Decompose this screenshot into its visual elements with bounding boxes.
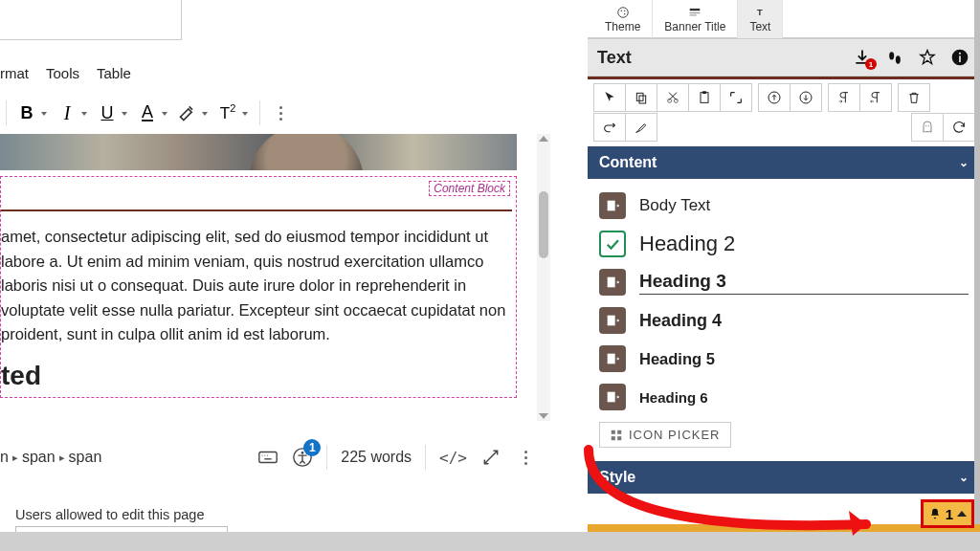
insert-icon — [599, 345, 626, 372]
svg-rect-32 — [608, 316, 615, 326]
svg-point-16 — [896, 55, 901, 63]
svg-point-28 — [925, 125, 926, 126]
divider — [1, 209, 512, 211]
bold-button[interactable]: B — [12, 99, 41, 127]
pilcrow-right-icon[interactable] — [828, 83, 860, 112]
svg-point-19 — [959, 53, 961, 55]
svg-rect-21 — [639, 96, 646, 103]
underline-button[interactable]: U — [93, 99, 122, 127]
ghost-icon[interactable] — [911, 113, 944, 142]
pilcrow-left-icon[interactable] — [859, 83, 892, 112]
editor-canvas[interactable]: Content Block amet, consectetur adipisci… — [0, 134, 536, 421]
menu-tools[interactable]: Tools — [46, 65, 79, 92]
italic-button[interactable]: I — [53, 99, 81, 127]
svg-point-29 — [928, 125, 929, 126]
content-block-outline[interactable]: Content Block amet, consectetur adipisci… — [0, 176, 517, 398]
bottom-strip — [0, 532, 980, 551]
html-view-button[interactable]: </> — [439, 449, 467, 467]
svg-rect-25 — [702, 91, 706, 94]
content-body-text[interactable]: Body Text — [597, 187, 970, 225]
content-heading-3[interactable]: Heading 3 — [597, 263, 970, 301]
editor-toolbar: B I U A T2 — [0, 96, 295, 130]
insert-icon — [599, 269, 626, 296]
accessibility-badge: 1 — [303, 439, 321, 456]
menu-table[interactable]: Table — [97, 65, 131, 92]
svg-point-7 — [617, 7, 628, 17]
footprints-icon[interactable] — [884, 47, 905, 68]
download-badge: 1 — [865, 58, 877, 70]
content-list: Body Text Heading 2 Heading 3 Heading 4 … — [588, 179, 980, 457]
check-icon — [599, 231, 626, 257]
brush-icon[interactable] — [625, 113, 657, 142]
panel-toolbar-row2 — [588, 113, 980, 146]
paste-icon[interactable] — [688, 83, 721, 112]
cut-icon[interactable] — [657, 83, 689, 112]
svg-point-15 — [889, 52, 894, 59]
menu-format[interactable]: rmat — [0, 65, 29, 92]
heading-partial[interactable]: ted — [1, 361, 516, 391]
svg-rect-37 — [612, 436, 615, 440]
element-breadcrumb[interactable]: n ▸ span ▸ span — [0, 449, 101, 466]
tab-text[interactable]: T Text — [738, 0, 783, 38]
caret-up-icon — [957, 511, 967, 517]
text-color-button[interactable]: A — [133, 99, 162, 127]
side-panel: Theme Banner Title T Text Text 1 — [588, 0, 980, 551]
content-heading-5[interactable]: Heading 5 — [597, 340, 970, 378]
superscript-button[interactable]: T2 — [213, 99, 242, 127]
move-up-icon[interactable] — [758, 83, 791, 112]
svg-point-8 — [620, 10, 621, 11]
svg-rect-34 — [608, 392, 615, 403]
right-strip — [974, 0, 980, 532]
accessibility-icon[interactable]: 1 — [292, 447, 313, 468]
svg-rect-36 — [617, 430, 621, 433]
move-down-icon[interactable] — [790, 83, 822, 112]
tab-theme[interactable]: Theme — [593, 0, 653, 38]
style-section-header[interactable]: Style⌄ — [588, 461, 980, 494]
redo-icon[interactable] — [593, 113, 626, 142]
more-toolbar-button[interactable] — [266, 99, 295, 127]
expand-icon[interactable] — [720, 83, 752, 112]
svg-rect-30 — [608, 201, 615, 211]
delete-icon[interactable] — [898, 83, 930, 112]
refresh-icon[interactable] — [943, 113, 975, 142]
banner-image — [0, 134, 517, 170]
editor-statusbar: n ▸ span ▸ span 1 225 words </> — [0, 438, 536, 476]
content-section-header[interactable]: Content⌄ — [588, 146, 980, 179]
insert-icon — [599, 384, 626, 410]
content-heading-4[interactable]: Heading 4 — [597, 301, 970, 340]
title-input[interactable] — [0, 0, 182, 40]
highlight-button[interactable] — [173, 99, 202, 127]
info-icon[interactable] — [949, 47, 970, 68]
panel-toolbar-row1 — [588, 79, 980, 113]
svg-text:T: T — [757, 7, 763, 16]
content-heading-2[interactable]: Heading 2 — [597, 225, 970, 263]
svg-rect-38 — [617, 436, 621, 440]
svg-point-10 — [624, 13, 625, 14]
tab-banner-title[interactable]: Banner Title — [653, 0, 738, 38]
svg-rect-33 — [608, 354, 615, 364]
download-icon[interactable]: 1 — [852, 47, 873, 68]
svg-rect-20 — [636, 93, 643, 100]
svg-rect-35 — [612, 430, 615, 433]
body-paragraph[interactable]: amet, consectetur adipiscing elit, sed d… — [1, 225, 508, 347]
vertical-scrollbar[interactable] — [537, 134, 550, 421]
editor-pane: rmat Tools Table B I U A T2 Content Bloc… — [0, 0, 589, 551]
svg-rect-0 — [259, 452, 277, 463]
icon-picker-button[interactable]: ICON PICKER — [599, 422, 731, 448]
bell-icon — [928, 507, 942, 520]
content-block-tag: Content Block — [429, 181, 510, 196]
keyboard-icon[interactable] — [257, 447, 278, 468]
svg-rect-31 — [608, 277, 615, 288]
content-heading-6[interactable]: Heading 6 — [597, 378, 970, 416]
more-status-button[interactable] — [515, 447, 536, 468]
star-icon[interactable] — [917, 47, 938, 68]
svg-rect-11 — [690, 8, 701, 10]
fullscreen-button[interactable] — [480, 447, 501, 468]
copy-icon[interactable] — [625, 83, 657, 112]
notification-button[interactable]: 1 — [921, 499, 974, 528]
word-count[interactable]: 225 words — [341, 449, 412, 466]
cursor-icon[interactable] — [593, 83, 626, 112]
permissions-label: Users allowed to edit this page — [15, 507, 204, 522]
svg-point-9 — [624, 10, 625, 11]
svg-rect-18 — [959, 55, 961, 62]
